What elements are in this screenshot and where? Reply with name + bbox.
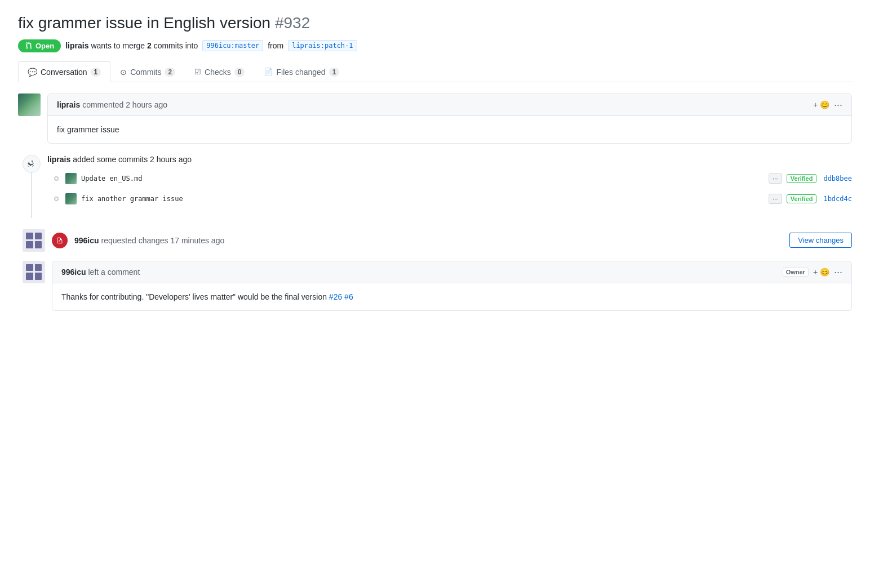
review-icon <box>56 237 64 244</box>
tab-checks-label: Checks <box>205 68 231 77</box>
commit-hash-2[interactable]: 1bdcd4c <box>823 195 852 203</box>
comment-action-2: left a comment <box>88 268 140 277</box>
tab-conversation-label: Conversation <box>41 68 87 77</box>
target-branch[interactable]: 996icu:master <box>202 40 263 51</box>
comment-item-1: liprais commented 2 hours ago + 😊 ··· fi… <box>18 93 852 144</box>
tab-commits-label: Commits <box>130 68 161 77</box>
commit-dot-2 <box>54 197 59 201</box>
comment-box-1: liprais commented 2 hours ago + 😊 ··· fi… <box>47 93 852 144</box>
pr-number: #932 <box>275 14 310 32</box>
verified-badge-2: Verified <box>787 194 817 203</box>
comment-body-text-2: Thanks for contributing. "Developers' li… <box>61 292 327 301</box>
comment-time-1: commented 2 hours ago <box>82 100 167 109</box>
pr-action: wants to merge <box>91 41 145 50</box>
commit-more-btn-2[interactable]: ··· <box>769 194 782 204</box>
add-reaction-button-1[interactable]: + 😊 <box>813 100 829 109</box>
comment-author-line-1: liprais commented 2 hours ago <box>57 100 167 109</box>
view-changes-button[interactable]: View changes <box>789 233 852 248</box>
commit-dot-1 <box>54 176 59 181</box>
verified-badge-1: Verified <box>787 174 817 183</box>
commit-list: Update en_US.md ··· Verified ddb8bee fix… <box>47 170 852 208</box>
tab-commits[interactable]: ⊙ Commits 2 <box>110 61 185 82</box>
review-action: requested changes <box>101 236 168 245</box>
pr-author-text: liprais wants to merge 2 commits into <box>65 41 198 50</box>
comment-author-2[interactable]: 996icu <box>61 268 86 277</box>
comment-header-1: liprais commented 2 hours ago + 😊 ··· <box>48 94 851 116</box>
commit-msg-1[interactable]: Update en_US.md <box>81 175 764 182</box>
comment-actions-2: Owner + 😊 ··· <box>783 267 842 277</box>
tab-conversation-count: 1 <box>91 68 101 77</box>
tab-checks-count: 0 <box>234 68 245 77</box>
commits-added-section: liprais added some commits 2 hours ago U… <box>23 153 852 218</box>
comment-author-1[interactable]: liprais <box>57 100 80 109</box>
comment-text-1: fix grammer issue <box>57 125 842 134</box>
tab-conversation[interactable]: 💬 Conversation 1 <box>18 61 110 82</box>
comment-text-2: Thanks for contributing. "Developers' li… <box>61 292 842 301</box>
commit-hash-1[interactable]: ddb8bee <box>823 175 852 182</box>
pr-commits-count: 2 <box>147 41 152 50</box>
files-icon: 📄 <box>264 68 273 76</box>
commit-section-icon <box>28 159 35 168</box>
comment-header-2: 996icu left a comment Owner + 😊 ··· <box>52 261 851 283</box>
add-reaction-button-2[interactable]: + 😊 <box>813 268 829 277</box>
tab-commits-count: 2 <box>165 68 175 77</box>
changes-requested-icon <box>52 233 68 248</box>
commit-2-left: fix another grammar issue ··· <box>65 193 782 204</box>
timeline: liprais commented 2 hours ago + 😊 ··· fi… <box>18 93 852 311</box>
pr-author: liprais <box>65 41 88 50</box>
avatar-996icu <box>23 261 45 283</box>
reviewer-avatar-996icu <box>23 229 45 252</box>
commit-msg-2[interactable]: fix another grammar issue <box>81 195 764 203</box>
comment-body-1: fix grammer issue <box>48 116 851 143</box>
commit-1-left: Update en_US.md ··· <box>65 173 782 184</box>
review-time: 17 minutes ago <box>170 236 224 245</box>
checks-icon: ☑ <box>194 68 201 76</box>
comment-more-button-2[interactable]: ··· <box>834 267 842 277</box>
tab-files-label: Files changed <box>276 68 325 77</box>
commits-author[interactable]: liprais <box>47 155 70 164</box>
tab-files-count: 1 <box>329 68 340 77</box>
avatar-liprais <box>18 93 41 116</box>
status-label: Open <box>35 42 54 50</box>
changes-requested-item: 996icu requested changes 17 minutes ago … <box>23 229 852 252</box>
tab-checks[interactable]: ☑ Checks 0 <box>185 61 254 82</box>
pr-title: fix grammer issue in English version #93… <box>18 14 852 33</box>
commit-2-right: Verified 1bdcd4c <box>787 194 852 203</box>
commits-text: added some commits 2 hours ago <box>73 155 192 164</box>
comment-link-26[interactable]: #26 <box>329 292 342 301</box>
commits-header: liprais added some commits 2 hours ago <box>47 153 852 164</box>
comment-more-button-1[interactable]: ··· <box>834 100 842 110</box>
git-pr-icon <box>25 42 33 50</box>
reviewer-name[interactable]: 996icu <box>74 236 99 245</box>
comment-link-6[interactable]: #6 <box>344 292 353 301</box>
tabs-bar: 💬 Conversation 1 ⊙ Commits 2 ☑ Checks 0 … <box>18 61 852 82</box>
pr-meta: Open liprais wants to merge 2 commits in… <box>18 39 852 52</box>
comment-author-line-2: 996icu left a comment <box>61 268 140 277</box>
commit-1-right: Verified ddb8bee <box>787 174 852 183</box>
pr-action2: commits into <box>154 41 198 50</box>
commit-thumb-1 <box>65 173 77 184</box>
owner-badge: Owner <box>783 268 809 277</box>
pr-title-text: fix grammer issue in English version <box>18 14 270 32</box>
comment-box-2: 996icu left a comment Owner + 😊 ··· Than… <box>52 261 852 311</box>
commit-item-2: fix another grammar issue ··· Verified 1… <box>47 190 852 208</box>
commit-thumb-2 <box>65 193 77 204</box>
conversation-icon: 💬 <box>28 68 37 77</box>
commits-icon-circle <box>23 155 41 173</box>
commits-icon: ⊙ <box>120 68 127 77</box>
comment-item-2: 996icu left a comment Owner + 😊 ··· Than… <box>23 261 852 311</box>
source-branch[interactable]: liprais:patch-1 <box>288 40 357 51</box>
comment-actions-1: + 😊 ··· <box>813 100 842 110</box>
commits-content: liprais added some commits 2 hours ago U… <box>47 153 852 218</box>
commit-more-btn-1[interactable]: ··· <box>769 173 782 184</box>
changes-requested-text: 996icu requested changes 17 minutes ago <box>74 236 224 245</box>
commit-item-1: Update en_US.md ··· Verified ddb8bee <box>47 170 852 188</box>
comment-body-2: Thanks for contributing. "Developers' li… <box>52 283 851 310</box>
from-text: from <box>268 41 283 50</box>
status-badge: Open <box>18 39 61 52</box>
tab-files-changed[interactable]: 📄 Files changed 1 <box>254 61 349 82</box>
